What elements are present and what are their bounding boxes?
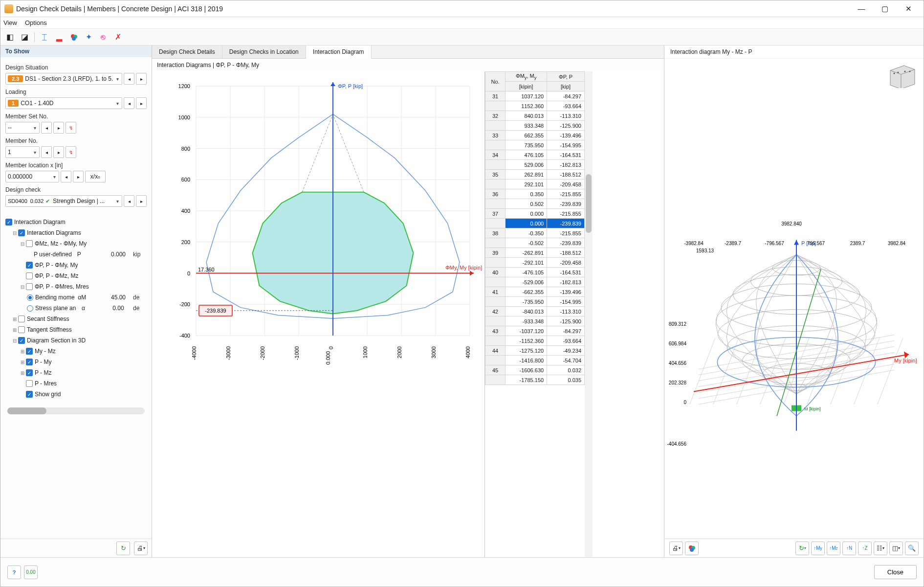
- help-icon[interactable]: ?: [7, 565, 21, 579]
- axis-z-icon[interactable]: ↑Z: [858, 542, 872, 555]
- member-set-combo[interactable]: -- ▾: [5, 122, 40, 134]
- member-no-select-icon[interactable]: ↯: [66, 146, 76, 158]
- design-situation-prev[interactable]: ◂: [124, 73, 134, 85]
- table-row[interactable]: 39-262.891-188.512: [485, 248, 585, 258]
- member-no-combo[interactable]: 1 ▾: [5, 146, 40, 158]
- table-row[interactable]: 33662.355-139.496: [485, 131, 585, 140]
- table-row[interactable]: -292.101-209.458: [485, 258, 585, 268]
- col-no[interactable]: No.: [485, 72, 506, 91]
- check-pp-mres[interactable]: [26, 283, 33, 290]
- table-row[interactable]: 933.348-125.900: [485, 121, 585, 131]
- print-icon[interactable]: 🖨▾: [669, 542, 683, 555]
- sidebar-hscroll[interactable]: [7, 407, 145, 414]
- design-check-next[interactable]: ▸: [136, 195, 147, 207]
- maximize-button[interactable]: ▢: [874, 1, 896, 16]
- table-row[interactable]: 34476.105-164.531: [485, 150, 585, 160]
- table-row[interactable]: 45-1606.6300.032: [485, 365, 585, 375]
- table-row[interactable]: 292.101-209.458: [485, 180, 585, 189]
- member-set-prev[interactable]: ◂: [41, 122, 52, 134]
- table-row[interactable]: 370.000-215.855: [485, 209, 585, 219]
- member-loc-toggle[interactable]: x/x₀: [85, 171, 106, 182]
- table-vscroll[interactable]: [585, 71, 593, 557]
- member-no-prev[interactable]: ◂: [41, 146, 52, 158]
- axes-icon[interactable]: ✦: [82, 31, 95, 44]
- table-row[interactable]: 360.350-215.855: [485, 189, 585, 199]
- loading-next[interactable]: ▸: [136, 97, 147, 109]
- col-my-header[interactable]: ΦMy, My: [506, 72, 547, 82]
- minimize-button[interactable]: —: [850, 1, 873, 16]
- delete-icon[interactable]: ✗: [111, 31, 124, 44]
- table-row[interactable]: 38-0.350-215.855: [485, 228, 585, 238]
- data-table[interactable]: No. ΦMy, My ΦP, P [kipin] [kip] 311037.1…: [484, 71, 585, 557]
- axis-mz-icon[interactable]: ↑Mz: [827, 542, 840, 555]
- axis-n-icon[interactable]: ↑N: [842, 542, 856, 555]
- section-icon[interactable]: ▂: [53, 31, 66, 44]
- expand-icon[interactable]: ⊞: [19, 360, 26, 365]
- profile-icon[interactable]: ⌶: [38, 31, 51, 44]
- member-set-select-icon[interactable]: ↯: [66, 122, 76, 134]
- axis-my-icon[interactable]: ↑My: [811, 542, 825, 555]
- colors-icon[interactable]: [67, 31, 80, 44]
- table-row[interactable]: -1785.1500.035: [485, 375, 585, 385]
- check-section-3d[interactable]: ✓: [18, 337, 25, 344]
- collapse-icon[interactable]: ⊟: [11, 230, 18, 236]
- check-p-mres[interactable]: [26, 380, 33, 387]
- table-row[interactable]: 311037.120-84.297: [485, 91, 585, 101]
- table-row[interactable]: 32840.013-113.310: [485, 111, 585, 121]
- check-mz-my[interactable]: [26, 240, 33, 247]
- table-row[interactable]: -529.006-182.813: [485, 277, 585, 287]
- col-p-header[interactable]: ΦP, P: [547, 72, 585, 82]
- link-icon[interactable]: ⎋: [97, 31, 110, 44]
- design-check-combo[interactable]: SD0400 0.032 ✔ Strength Design | ... ▾: [5, 195, 122, 207]
- expand-icon[interactable]: ⊞: [11, 316, 18, 322]
- table-row[interactable]: 0.000-239.839: [485, 219, 585, 228]
- collapse-icon[interactable]: ⊟: [19, 241, 26, 247]
- table-row[interactable]: 42-840.013-113.310: [485, 307, 585, 316]
- search-icon[interactable]: 🔍: [905, 542, 919, 555]
- filter-icon[interactable]: ◧: [3, 31, 16, 44]
- check-show-grid[interactable]: ✓: [26, 391, 33, 398]
- member-loc-next[interactable]: ▸: [73, 171, 84, 182]
- print-icon[interactable]: 🖨▾: [134, 542, 148, 555]
- collapse-icon[interactable]: ⊟: [19, 284, 26, 290]
- member-loc-prev[interactable]: ◂: [61, 171, 71, 182]
- view-settings-icon[interactable]: ☷▾: [874, 542, 887, 555]
- perspective-icon[interactable]: ◫▾: [889, 542, 903, 555]
- table-row[interactable]: 44-1275.120-49.234: [485, 346, 585, 356]
- check-secant[interactable]: [18, 316, 25, 322]
- design-situation-next[interactable]: ▸: [136, 73, 147, 85]
- radio-bending-moment[interactable]: [27, 294, 33, 301]
- collapse-icon[interactable]: ⊟: [11, 338, 18, 343]
- table-row[interactable]: -735.950-154.995: [485, 297, 585, 307]
- table-row[interactable]: 35262.891-188.512: [485, 170, 585, 180]
- radio-stress-plane[interactable]: [27, 305, 33, 312]
- table-row[interactable]: 1152.360-93.664: [485, 101, 585, 111]
- menu-options[interactable]: Options: [25, 19, 47, 26]
- table-row[interactable]: -933.348-125.900: [485, 316, 585, 326]
- check-interaction-diagram[interactable]: ✓: [5, 219, 12, 226]
- table-row[interactable]: 0.502-239.839: [485, 199, 585, 209]
- loading-prev[interactable]: ◂: [124, 97, 134, 109]
- units-icon[interactable]: 0.00: [24, 565, 38, 579]
- window-close-button[interactable]: ✕: [897, 1, 920, 16]
- table-row[interactable]: -0.502-239.839: [485, 238, 585, 248]
- tab-design-check-details[interactable]: Design Check Details: [152, 45, 222, 58]
- table-row[interactable]: 41-662.355-139.496: [485, 287, 585, 297]
- expand-icon[interactable]: ⊞: [19, 349, 26, 354]
- loading-combo[interactable]: 1 CO1 - 1.40D ▾: [5, 97, 122, 109]
- design-check-prev[interactable]: ◂: [124, 195, 134, 207]
- check-p-mz[interactable]: ✓: [26, 369, 33, 376]
- check-interaction-diagrams[interactable]: ✓: [18, 229, 25, 236]
- check-my-mz[interactable]: ✓: [26, 348, 33, 355]
- close-button[interactable]: Close: [874, 565, 917, 579]
- tab-interaction-diagram[interactable]: Interaction Diagram: [306, 45, 372, 59]
- table-row[interactable]: 735.950-154.995: [485, 140, 585, 150]
- design-situation-combo[interactable]: 2.3 DS1 - Section 2.3 (LRFD), 1. to 5. ▾: [5, 73, 122, 85]
- colors-icon[interactable]: [685, 542, 699, 555]
- view-reset-icon[interactable]: ↻▾: [795, 542, 809, 555]
- member-set-next[interactable]: ▸: [53, 122, 64, 134]
- menu-view[interactable]: View: [3, 19, 17, 26]
- check-pp-my[interactable]: ✓: [26, 262, 33, 269]
- member-no-next[interactable]: ▸: [53, 146, 64, 158]
- table-row[interactable]: 529.006-182.813: [485, 160, 585, 170]
